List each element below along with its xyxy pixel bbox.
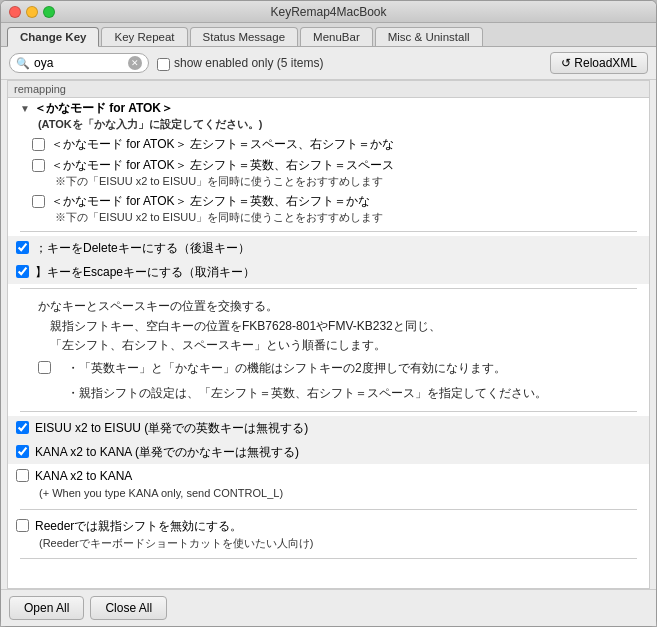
reload-xml-button[interactable]: ↺ ReloadXML <box>550 52 648 74</box>
checkbox-kana-mode-1[interactable] <box>32 138 45 151</box>
toolbar: 🔍 ✕ show enabled only (5 items) ↺ Reload… <box>1 47 656 80</box>
list-item: KANA x2 to KANA (単発でのかなキーは無視する) <box>8 440 649 464</box>
maximize-button[interactable] <box>43 6 55 18</box>
remapping-label: remapping <box>8 81 649 98</box>
checkbox-delete-key[interactable] <box>16 241 29 254</box>
close-all-button[interactable]: Close All <box>90 596 167 620</box>
list-item: 】キーをEscapeキーにする（取消キー） <box>8 260 649 284</box>
checkbox-kana-x2-control[interactable] <box>16 469 29 482</box>
bottom-bar: Open All Close All <box>1 589 656 626</box>
tab-change-key[interactable]: Change Key <box>7 27 99 47</box>
show-enabled-checkbox[interactable] <box>157 58 170 71</box>
search-box: 🔍 ✕ <box>9 53 149 73</box>
triangle-icon: ▼ <box>20 102 30 116</box>
checkbox-kana-mode-3[interactable] <box>32 195 45 208</box>
open-all-button[interactable]: Open All <box>9 596 84 620</box>
titlebar: KeyRemap4MacBook <box>1 1 656 23</box>
tab-menubar[interactable]: MenuBar <box>300 27 373 46</box>
divider <box>20 411 637 412</box>
divider <box>20 288 637 289</box>
list-item: ；キーをDeleteキーにする（後退キー） <box>8 236 649 260</box>
search-icon: 🔍 <box>16 57 30 70</box>
divider <box>20 509 637 510</box>
tab-key-repeat[interactable]: Key Repeat <box>101 27 187 46</box>
tab-status-message[interactable]: Status Message <box>190 27 298 46</box>
window-title: KeyRemap4MacBook <box>270 5 386 19</box>
close-button[interactable] <box>9 6 21 18</box>
checkbox-reeder[interactable] <box>16 519 29 532</box>
list-item: EISUU x2 to EISUU (単発での英数キーは無視する) <box>8 416 649 440</box>
checkbox-thumb-shift[interactable] <box>38 361 51 374</box>
checkbox-escape-key[interactable] <box>16 265 29 278</box>
group-header-text: ＜かなモード for ATOK＞ (ATOKを「かな入力」に設定してください。) <box>34 100 262 132</box>
minimize-button[interactable] <box>26 6 38 18</box>
show-enabled-container: show enabled only (5 items) <box>157 56 323 71</box>
checkbox-kana-mode-2[interactable] <box>32 159 45 172</box>
main-window: KeyRemap4MacBook Change Key Key Repeat S… <box>0 0 657 627</box>
list-item: ＜かなモード for ATOK＞ 左シフト＝英数、右シフト＝スペース ※下の「E… <box>8 155 649 191</box>
search-input[interactable] <box>34 56 124 70</box>
divider <box>20 558 637 559</box>
group-header-atok: ▼ ＜かなモード for ATOK＞ (ATOKを「かな入力」に設定してください… <box>8 98 649 134</box>
list-item: Reederでは親指シフトを無効にする。 (Reederでキーボードショートカッ… <box>8 514 649 555</box>
content-area: remapping ▼ ＜かなモード for ATOK＞ (ATOKを「かな入力… <box>7 80 650 589</box>
list-item: ＜かなモード for ATOK＞ 左シフト＝スペース、右シフト＝かな <box>8 134 649 155</box>
thumb-shift-block: かなキーとスペースキーの位置を交換する。 親指シフトキー、空白キーの位置をFKB… <box>8 293 649 407</box>
window-controls <box>9 6 55 18</box>
list-item: KANA x2 to KANA (+ When you type KANA on… <box>8 464 649 505</box>
checkbox-eisuu-x2[interactable] <box>16 421 29 434</box>
tab-bar: Change Key Key Repeat Status Message Men… <box>1 23 656 47</box>
checkbox-kana-x2-checked[interactable] <box>16 445 29 458</box>
clear-search-button[interactable]: ✕ <box>128 56 142 70</box>
list-item: ＜かなモード for ATOK＞ 左シフト＝英数、右シフト＝かな ※下の「EIS… <box>8 191 649 227</box>
tab-misc-uninstall[interactable]: Misc & Uninstall <box>375 27 483 46</box>
divider <box>20 231 637 232</box>
show-enabled-label: show enabled only (5 items) <box>174 56 323 70</box>
